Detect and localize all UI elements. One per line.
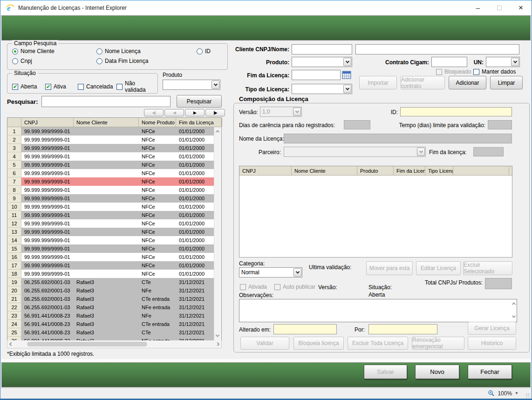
- chevron-down-icon: [293, 268, 301, 277]
- mover-para-esta-button[interactable]: Mover para esta: [366, 261, 413, 275]
- table-row[interactable]: 1499.999.999/9999-01NFCe01/01/2000: [7, 236, 221, 244]
- categoria-select[interactable]: Normal: [239, 267, 302, 278]
- next-page-button[interactable]: ▶: [185, 109, 205, 116]
- cliente-nome-input[interactable]: [355, 44, 519, 54]
- column-header[interactable]: Fim da Licença: [176, 118, 222, 127]
- zoom-control[interactable]: 100% ▼: [488, 390, 518, 397]
- id-input[interactable]: [400, 107, 512, 116]
- resize-grip[interactable]: [525, 393, 530, 398]
- manter-dados-checkbox[interactable]: Manter dados: [473, 68, 516, 75]
- checkbox-cancelada[interactable]: Cancelada: [78, 80, 116, 93]
- column-header[interactable]: Tipo Licença: [425, 166, 453, 175]
- column-header[interactable]: Nome Cliente: [74, 118, 139, 127]
- produto-filter-select[interactable]: [163, 80, 220, 90]
- zoom-dropdown-arrow[interactable]: ▼: [515, 391, 518, 395]
- checkbox-não-validada[interactable]: Não validada: [116, 80, 157, 93]
- table-row[interactable]: 999.999.999/9999-01NFCe01/01/2000: [7, 194, 221, 203]
- observacoes-textarea[interactable]: [239, 299, 517, 322]
- table-row[interactable]: 1899.999.999/9999-01NFCe01/01/2000: [7, 270, 221, 278]
- renovacao-emergencial-button[interactable]: Renovação emergencial: [412, 337, 464, 350]
- fim-licenca-input[interactable]: [292, 70, 341, 80]
- table-row[interactable]: 1906.255.692/0001-03Rafael3CTe31/12/2021: [7, 278, 221, 286]
- prev-page-button[interactable]: ◀: [164, 109, 184, 116]
- table-row[interactable]: 199.999.999/9999-01NFCe01/01/2000: [7, 127, 221, 136]
- table-row[interactable]: 2006.255.692/0001-03Rafael3NFe31/12/2021: [7, 286, 221, 295]
- excluir-toda-licenca-button[interactable]: Excluir Toda Licença: [348, 337, 408, 350]
- adicionar-contrato-button[interactable]: Adicionar contrato: [401, 76, 445, 89]
- table-row[interactable]: 599.999.999/9999-01NFCe01/01/2000: [7, 161, 221, 169]
- nome-licenca-field: [284, 134, 512, 143]
- first-page-button[interactable]: ◀|: [144, 109, 164, 116]
- historico-button[interactable]: Historico: [468, 337, 516, 350]
- table-row[interactable]: 699.999.999/9999-01NFCe01/01/2000: [7, 169, 221, 177]
- table-row[interactable]: 2106.255.692/0001-03Rafael3CTe entrada31…: [7, 295, 221, 303]
- checkbox-ativa[interactable]: ✔Ativa: [45, 80, 78, 93]
- editar-licenca-button[interactable]: Editar Licença: [416, 261, 461, 275]
- radio-id[interactable]: ID: [197, 48, 227, 54]
- table-row[interactable]: 2556.991.441/0008-23Rafael3CTe31/12/2021: [7, 328, 221, 337]
- table-row[interactable]: 399.999.999/9999-01NFCe01/01/2000: [7, 144, 221, 152]
- produto-select[interactable]: [292, 57, 352, 67]
- scroll-down-icon[interactable]: [216, 333, 219, 337]
- alterado-em-input[interactable]: [273, 324, 337, 334]
- scrollbar-thumb[interactable]: [27, 342, 147, 346]
- table-row[interactable]: 1099.999.999/9999-01NFCe01/01/2000: [7, 203, 221, 211]
- validar-button[interactable]: Validar: [240, 337, 289, 350]
- radio-nome-cliente[interactable]: Nome Cliente: [12, 48, 96, 54]
- tipo-licenca-select[interactable]: [292, 84, 352, 94]
- bloqueia-licenca-button[interactable]: Bloqueia licença: [293, 337, 344, 350]
- table-row[interactable]: 499.999.999/9999-01NFCe01/01/2000: [7, 152, 221, 161]
- table-row[interactable]: 899.999.999/9999-01NFCe01/01/2000: [7, 186, 221, 194]
- column-header[interactable]: Nome Produto: [139, 118, 176, 127]
- un-select[interactable]: [486, 57, 520, 67]
- table-row[interactable]: 1199.999.999/9999-01NFCe01/01/2000: [7, 211, 221, 219]
- salvar-button[interactable]: Salvar: [364, 365, 407, 379]
- vertical-scrollbar[interactable]: [214, 127, 221, 341]
- scroll-left-icon[interactable]: [9, 342, 13, 346]
- limpar-button[interactable]: Limpar: [490, 76, 523, 89]
- contrato-cigam-input[interactable]: [431, 57, 467, 67]
- table-row[interactable]: 1399.999.999/9999-01NFCe01/01/2000: [7, 228, 221, 236]
- bloqueado-checkbox[interactable]: Bloqueado: [436, 68, 471, 75]
- table-row[interactable]: 2356.991.441/0008-23Rafael3NFe31/12/2021: [7, 312, 221, 320]
- column-header[interactable]: Nome Cliente: [292, 166, 357, 175]
- column-header[interactable]: CNPJ: [21, 118, 74, 127]
- table-row[interactable]: 2456.991.441/0008-23Rafael3CTe entrada31…: [7, 320, 221, 328]
- radio-cnpj[interactable]: Cnpj: [12, 58, 96, 64]
- radio-icon: [12, 58, 18, 64]
- horizontal-scrollbar[interactable]: [7, 340, 222, 348]
- radio-nome-licença[interactable]: Nome Licença: [96, 48, 197, 54]
- table-row[interactable]: 1299.999.999/9999-01NFCe01/01/2000: [7, 219, 221, 228]
- excluir-selecionado-button[interactable]: Excluir Selecionado: [463, 261, 512, 275]
- scroll-up-icon[interactable]: [512, 302, 516, 306]
- fechar-button[interactable]: Fechar: [468, 365, 512, 379]
- close-button[interactable]: ×: [510, 0, 532, 15]
- pesquisar-button[interactable]: Pesquisar: [177, 95, 222, 108]
- scroll-up-icon[interactable]: [216, 130, 219, 134]
- table-row[interactable]: 1699.999.999/9999-01NFCe01/01/2000: [7, 253, 221, 261]
- cliente-cnpj-input[interactable]: [292, 44, 352, 54]
- column-header[interactable]: CNPJ: [239, 166, 292, 175]
- checkbox-aberta[interactable]: ✔Aberta: [12, 80, 45, 93]
- table-row[interactable]: 1599.999.999/9999-01NFCe01/01/2000: [7, 244, 221, 253]
- last-page-button[interactable]: |▶: [205, 109, 225, 116]
- scroll-right-icon[interactable]: [216, 342, 219, 346]
- table-row[interactable]: 299.999.999/9999-01NFCe01/01/2000: [7, 136, 221, 144]
- gerar-licenca-button[interactable]: Gerar Licença: [468, 322, 516, 335]
- minimize-button[interactable]: –: [467, 0, 489, 15]
- table-row[interactable]: 2206.255.692/0001-03Rafael3NFe entrada31…: [7, 303, 221, 312]
- por-input[interactable]: [368, 324, 437, 334]
- radio-icon: [12, 48, 18, 54]
- column-header[interactable]: Fim da Licença: [394, 166, 425, 175]
- table-row[interactable]: 1799.999.999/9999-01NFCe01/01/2000: [7, 261, 221, 270]
- column-header[interactable]: Produto: [357, 166, 394, 175]
- search-input[interactable]: [41, 96, 171, 107]
- importar-button[interactable]: Importar: [359, 76, 397, 89]
- calendar-icon[interactable]: [342, 70, 351, 80]
- radio-data-fim-licença[interactable]: Data Fim Licença: [96, 58, 197, 64]
- scroll-down-icon[interactable]: [512, 314, 516, 318]
- adicionar-button[interactable]: Adicionar: [449, 76, 486, 89]
- novo-button[interactable]: Novo: [415, 365, 459, 379]
- maximize-button[interactable]: [489, 0, 510, 15]
- table-row[interactable]: 799.999.999/9999-01NFCe01/01/2000: [7, 177, 221, 186]
